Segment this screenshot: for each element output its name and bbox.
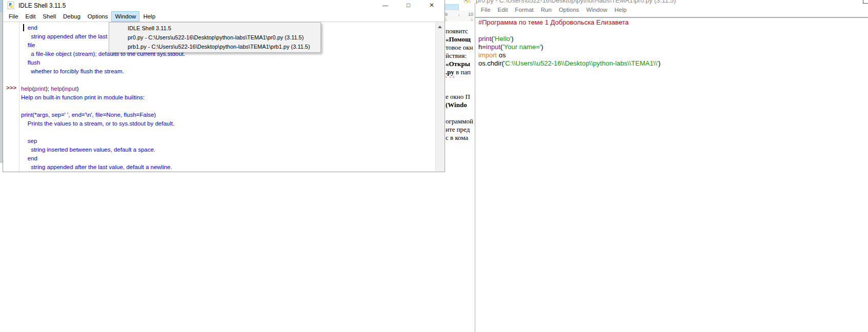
code-token: h= xyxy=(478,43,486,51)
code-token: Prints the values to a stream, or to sys… xyxy=(21,120,174,127)
window-menu-item-1[interactable]: pr0.py - C:\Users\u522-16\Desktop\python… xyxy=(109,33,320,42)
code-token: Help on built-in function print in modul… xyxy=(21,94,145,100)
code-token: string inserted between values, default … xyxy=(21,147,155,153)
code-token: input xyxy=(486,43,500,51)
code-token: в пап xyxy=(454,68,471,76)
word-document-text: появитс«Помощтовое окнйствия:«Откры.ру в… xyxy=(446,27,475,142)
code-token: input xyxy=(64,86,77,92)
scroll-up-arrow-icon[interactable] xyxy=(438,26,442,28)
code-line: йствия: xyxy=(446,52,475,60)
shell-menu-window[interactable]: Window xyxy=(111,11,139,22)
code-line xyxy=(446,85,475,93)
code-token: е окно П xyxy=(446,93,470,100)
code-line: ограммой xyxy=(446,117,475,126)
code-token: print xyxy=(478,35,491,43)
code-line xyxy=(21,102,434,111)
editor-menu-file[interactable]: File xyxy=(477,5,494,15)
editor-menu-edit[interactable]: Edit xyxy=(494,5,512,15)
editor-menu-help[interactable]: Help xyxy=(611,5,630,15)
editor-menu-window[interactable]: Window xyxy=(583,5,611,15)
minimize-button[interactable]: — xyxy=(374,0,397,11)
code-line: help(print); help(input) xyxy=(21,85,434,93)
word-ruler: 9 ı 10 ⊥ ⊥ xyxy=(442,10,475,22)
code-token: string appended after the last value, de… xyxy=(21,164,172,170)
code-line: е окно П xyxy=(446,93,475,101)
code-line: string inserted between values, default … xyxy=(21,146,434,154)
code-line: #Программа по теме 1 Добровольска Елизав… xyxy=(478,18,660,27)
code-line: ите пред xyxy=(446,126,475,134)
editor-window: pr0.py - C:\Users\u522-16\Desktop\python… xyxy=(462,0,868,332)
maximize-button[interactable]: □ xyxy=(397,0,420,11)
ruler-foot-right: ⊥ xyxy=(470,17,474,22)
text-caret xyxy=(23,24,24,31)
editor-menu-format[interactable]: Format xyxy=(511,5,537,15)
code-token: import xyxy=(478,51,497,59)
code-token: ) xyxy=(77,86,79,92)
window-menu-dropdown: IDLE Shell 3.11.5pr0.py - C:\Users\u522-… xyxy=(109,22,321,53)
code-token: «Помощ xyxy=(446,35,471,43)
shell-sidebar-divider xyxy=(19,22,19,172)
code-line: с в кома xyxy=(446,134,475,142)
code-token: file xyxy=(21,42,35,48)
code-line: (Windo xyxy=(446,101,475,109)
window-menu-item-0[interactable]: IDLE Shell 3.11.5 xyxy=(109,24,320,33)
code-token: sep xyxy=(21,138,37,144)
shell-prompt: >>> xyxy=(6,85,16,91)
code-token: os xyxy=(497,51,506,59)
code-token: os.chdir( xyxy=(478,59,504,67)
editor-titlebar[interactable]: pr0.py - C:\Users\u522-16\Desktop\python… xyxy=(462,0,868,5)
code-line: import os xyxy=(478,51,660,59)
word-document-strip: 9 ı 10 ⊥ ⊥ появитс«Помощтовое окнйствия:… xyxy=(442,3,475,332)
idle-shell-window: IDLE Shell 3.11.5 — □ ✕ FileEditShellDeb… xyxy=(3,0,445,172)
shell-menu-edit[interactable]: Edit xyxy=(22,11,39,22)
ruler-tick: ı xyxy=(458,13,459,17)
shell-menubar: FileEditShellDebugOptionsWindowHelp xyxy=(3,11,445,22)
shell-menu-file[interactable]: File xyxy=(5,11,22,22)
vertical-scrollbar[interactable] xyxy=(435,22,444,171)
shell-window-title: IDLE Shell 3.11.5 xyxy=(18,2,66,9)
shell-menu-help[interactable]: Help xyxy=(139,11,159,22)
code-line: os.chdir('C:\\Users\\u522-16\\Desktop\\p… xyxy=(478,59,660,68)
shell-titlebar[interactable]: IDLE Shell 3.11.5 — □ ✕ xyxy=(3,0,445,11)
code-line: .ру в пап xyxy=(446,68,475,76)
editor-window-title: pr0.py - C:\Users\u522-16\Desktop\python… xyxy=(476,0,676,4)
code-token: ) xyxy=(541,43,543,51)
shell-menu-options[interactable]: Options xyxy=(84,11,112,22)
shell-menu-debug[interactable]: Debug xyxy=(59,11,84,22)
code-token: 'C:\\Users\\u522-16\\Desktop\\python-lab… xyxy=(504,59,658,67)
code-line: Help on built-in function print in modul… xyxy=(21,93,434,102)
code-token: end xyxy=(21,155,37,161)
code-line: whether to forcibly flush the stream. xyxy=(21,67,434,76)
code-token: print xyxy=(34,86,46,92)
editor-menubar: FileEditFormatRunOptionsWindowHelp xyxy=(477,5,630,17)
code-line: «Откры xyxy=(446,60,475,68)
editor-menubar-divider xyxy=(475,17,868,18)
code-line xyxy=(21,76,434,85)
code-line: появитс xyxy=(446,27,475,35)
code-line: h=input('Your name=') xyxy=(478,43,660,51)
editor-menu-run[interactable]: Run xyxy=(537,5,555,15)
code-line xyxy=(478,27,660,35)
code-line: sep xyxy=(21,137,434,146)
python-file-icon xyxy=(7,2,14,11)
code-token: help xyxy=(51,86,62,92)
editor-menu-options[interactable]: Options xyxy=(555,5,583,15)
code-token: flush xyxy=(21,59,40,66)
editor-text-area[interactable]: #Программа по теме 1 Добровольска Елизав… xyxy=(478,18,660,68)
code-line: товое окн xyxy=(446,44,475,52)
window-menu-item-2[interactable]: prb1.py - C:\Users\u522-16\Desktop\pytho… xyxy=(109,42,320,51)
code-token: 'Your name=' xyxy=(502,43,541,51)
code-line xyxy=(446,76,475,85)
code-line: flush xyxy=(21,58,434,67)
code-token: с в кома xyxy=(446,134,468,141)
maximize-button-fragment[interactable] xyxy=(863,0,868,4)
code-token: #Программа по теме 1 Добровольска Елизав… xyxy=(478,18,629,26)
code-token: 'Hello' xyxy=(494,35,512,43)
code-token: ) xyxy=(511,35,513,43)
code-token: йствия: xyxy=(446,52,467,59)
code-token: ите пред xyxy=(446,126,470,133)
close-button[interactable]: ✕ xyxy=(420,0,443,11)
shell-menu-shell[interactable]: Shell xyxy=(39,11,59,22)
code-token: ограммой xyxy=(446,117,473,125)
code-line: «Помощ xyxy=(446,35,475,44)
